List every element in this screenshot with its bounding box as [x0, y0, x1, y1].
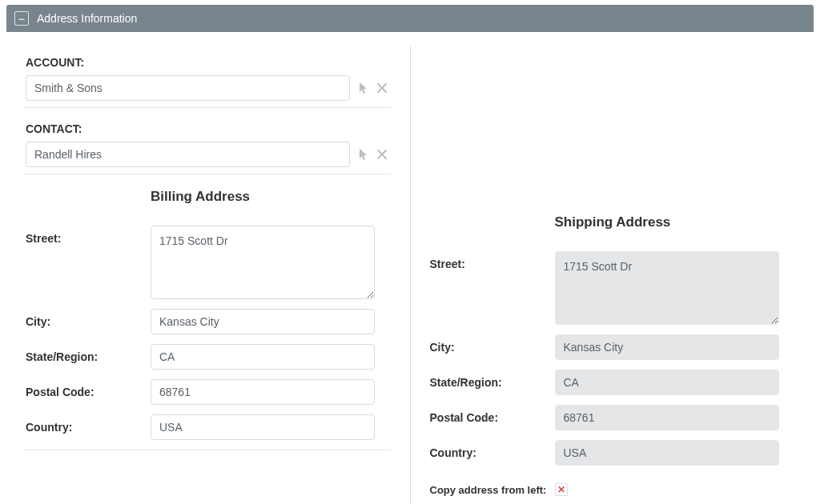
billing-title: Billing Address: [151, 189, 391, 205]
billing-street-input[interactable]: [151, 226, 375, 299]
clear-icon[interactable]: [377, 150, 387, 159]
divider: [26, 450, 391, 450]
billing-state-label: State/Region:: [26, 344, 151, 363]
spacer: [430, 56, 795, 200]
shipping-state-row: State/Region:: [430, 370, 795, 395]
contact-input[interactable]: [26, 142, 350, 167]
billing-country-row: Country:: [26, 414, 391, 440]
copy-address-row: Copy address from left: ✕: [430, 483, 795, 496]
shipping-country-label: Country:: [430, 440, 555, 459]
collapse-icon[interactable]: −: [14, 11, 29, 26]
shipping-postal-row: Postal Code:: [430, 405, 795, 430]
billing-postal-input[interactable]: [151, 379, 375, 405]
columns: ACCOUNT: CONTACT:: [6, 46, 814, 504]
column-right: Shipping Address Street: City: State/Reg…: [411, 46, 814, 504]
contact-label: CONTACT:: [26, 122, 391, 135]
shipping-street-label: Street:: [430, 251, 555, 270]
billing-postal-row: Postal Code:: [26, 379, 391, 405]
billing-city-label: City:: [26, 309, 151, 328]
cursor-icon[interactable]: [358, 82, 369, 94]
billing-postal-label: Postal Code:: [26, 379, 151, 398]
shipping-country-row: Country:: [430, 440, 795, 466]
billing-city-input[interactable]: [151, 309, 375, 334]
shipping-postal-label: Postal Code:: [430, 405, 555, 424]
panel-body: ACCOUNT: CONTACT:: [6, 32, 814, 504]
billing-country-label: Country:: [26, 414, 151, 434]
shipping-title: Shipping Address: [555, 214, 795, 230]
shipping-street-input: [555, 251, 779, 325]
contact-row: [26, 142, 391, 167]
shipping-country-input: [555, 440, 779, 466]
shipping-state-input: [555, 370, 779, 395]
billing-state-input[interactable]: [151, 344, 375, 370]
billing-street-label: Street:: [26, 226, 151, 245]
copy-address-checkbox[interactable]: ✕: [555, 483, 568, 496]
shipping-street-row: Street:: [430, 251, 795, 325]
billing-state-row: State/Region:: [26, 344, 391, 370]
divider: [26, 107, 391, 108]
shipping-postal-input: [555, 405, 779, 430]
copy-address-label: Copy address from left:: [430, 484, 555, 496]
cursor-icon[interactable]: [358, 148, 369, 161]
shipping-city-input: [555, 334, 779, 360]
panel-header: − Address Information: [6, 5, 814, 32]
billing-country-input[interactable]: [151, 414, 375, 440]
clear-icon[interactable]: [377, 83, 387, 93]
column-left: ACCOUNT: CONTACT:: [6, 46, 411, 504]
billing-city-row: City:: [26, 309, 391, 334]
account-label: ACCOUNT:: [26, 56, 391, 69]
shipping-city-label: City:: [430, 334, 555, 354]
panel-title: Address Information: [37, 12, 137, 25]
page: − Address Information ACCOUNT: CONTACT:: [0, 0, 820, 504]
shipping-state-label: State/Region:: [430, 370, 555, 389]
billing-street-row: Street:: [26, 226, 391, 299]
account-input[interactable]: [26, 75, 350, 101]
shipping-city-row: City:: [430, 334, 795, 360]
account-row: [26, 75, 391, 101]
divider: [26, 174, 391, 174]
